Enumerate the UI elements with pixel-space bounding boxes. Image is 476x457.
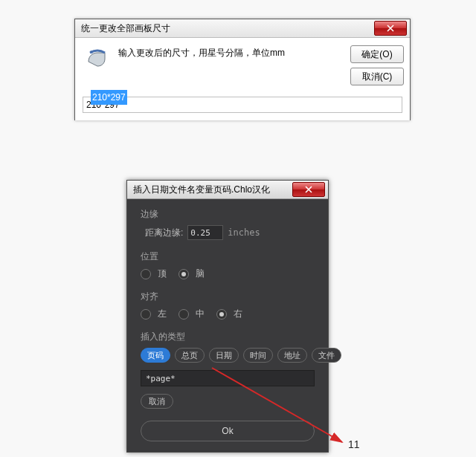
position-radio-1[interactable] (178, 269, 189, 279)
align-label-1: 中 (196, 308, 205, 320)
dialog1-input-selection: 210*297 (91, 90, 127, 105)
resize-artboards-dialog: 统一更改全部画板尺寸 输入更改后的尺寸，用星号分隔，单位mm 确定(O) 取消(… (74, 19, 411, 120)
align-radio-0[interactable] (141, 309, 151, 320)
align-radio-1[interactable] (178, 309, 189, 320)
script-icon (86, 45, 109, 69)
dialog2-cancel-button[interactable]: 取消 (141, 394, 173, 409)
position-radio-0[interactable] (141, 269, 151, 279)
position-label-0: 顶 (158, 268, 167, 280)
type-chip-0[interactable]: 页码 (141, 348, 170, 363)
svg-point-0 (90, 51, 93, 54)
dialog1-body: 输入更改后的尺寸，用星号分隔，单位mm 确定(O) 取消(C) 210*297 (75, 38, 410, 120)
dialog2-title: 插入日期文件名变量页码.Chlo汉化 (133, 184, 292, 196)
type-section-label: 插入的类型 (141, 331, 315, 343)
dialog2-ok-button[interactable]: Ok (141, 421, 315, 441)
dialog1-ok-button[interactable]: 确定(O) (350, 45, 404, 63)
margin-section-label: 边缘 (141, 208, 315, 221)
align-label-2: 右 (234, 308, 242, 320)
align-label-0: 左 (158, 308, 167, 320)
dialog1-titlebar: 统一更改全部画板尺寸 (75, 19, 410, 38)
dialog1-close-button[interactable] (374, 21, 407, 36)
close-icon (305, 186, 312, 193)
margin-value-input[interactable]: 0.25 (187, 225, 223, 240)
align-section-label: 对齐 (141, 291, 315, 303)
type-chip-5[interactable]: 文件 (312, 348, 341, 363)
type-chip-3[interactable]: 时间 (243, 348, 273, 363)
close-icon (387, 25, 394, 32)
dialog1-cancel-button[interactable]: 取消(C) (350, 68, 404, 85)
page-number: 11 (348, 438, 360, 450)
dialog2-titlebar: 插入日期文件名变量页码.Chlo汉化 (127, 181, 328, 199)
dialog2-close-button[interactable] (292, 182, 325, 197)
insert-text-field[interactable]: *page* (141, 370, 315, 386)
dialog1-message: 输入更改后的尺寸，用星号分隔，单位mm (118, 45, 344, 59)
type-chip-4[interactable]: 地址 (277, 348, 307, 363)
position-label-1: 脑 (196, 268, 205, 280)
margin-label: 距离边缘: (145, 227, 183, 239)
dialog1-size-input[interactable] (83, 97, 402, 113)
position-section-label: 位置 (141, 250, 315, 263)
type-chip-2[interactable]: 日期 (209, 348, 239, 363)
type-chip-1[interactable]: 总页 (175, 348, 205, 363)
align-radio-2[interactable] (216, 309, 227, 320)
margin-unit: inches (228, 227, 260, 238)
dialog1-title: 统一更改全部画板尺寸 (81, 22, 374, 35)
insert-variable-dialog: 插入日期文件名变量页码.Chlo汉化 边缘 距离边缘: 0.25 inches … (126, 180, 329, 453)
